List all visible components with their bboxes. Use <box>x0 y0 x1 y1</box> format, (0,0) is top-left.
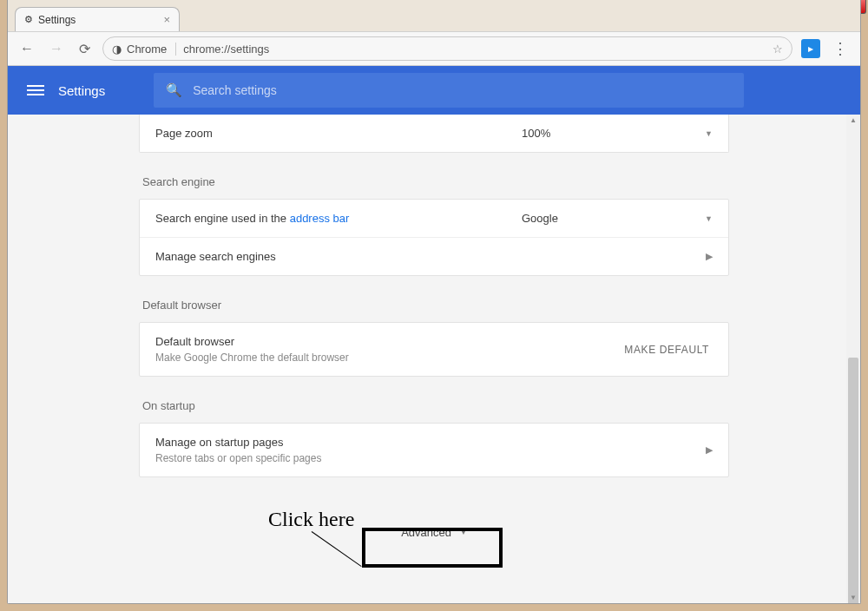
tab-settings[interactable]: ⚙ Settings × <box>15 7 180 31</box>
toolbar: ← → ⟳ ◑ Chrome chrome://settings ☆ ▸ ⋮ <box>8 31 860 66</box>
search-input[interactable] <box>193 83 732 97</box>
extension-icon[interactable]: ▸ <box>801 39 820 58</box>
default-browser-title: Default browser <box>155 335 349 348</box>
search-settings-box[interactable]: 🔍 <box>154 73 744 108</box>
search-engine-row[interactable]: Search engine used in the address bar Go… <box>140 200 728 237</box>
section-search-engine: Search engine <box>142 175 729 188</box>
startup-card: Manage on startup pages Restore tabs or … <box>139 423 729 477</box>
search-engine-label: Search engine used in the address bar <box>155 212 349 225</box>
annotation-text: Click here <box>268 508 354 531</box>
make-default-button[interactable]: MAKE DEFAULT <box>621 338 713 361</box>
reload-button[interactable]: ⟳ <box>76 37 94 61</box>
vertical-scrollbar[interactable]: ▲ ▼ <box>846 115 860 603</box>
manage-search-engines-label: Manage search engines <box>155 250 276 263</box>
chevron-right-icon: ▶ <box>706 444 713 456</box>
chevron-down-icon: ▼ <box>705 214 713 223</box>
chevron-down-icon: ▼ <box>705 129 713 138</box>
bookmark-star-icon[interactable]: ☆ <box>773 43 783 56</box>
section-on-startup: On startup <box>142 399 729 412</box>
appearance-card: Page zoom 100% ▼ <box>139 115 729 153</box>
startup-sub: Restore tabs or open specific pages <box>155 452 321 464</box>
omnibox[interactable]: ◑ Chrome chrome://settings ☆ <box>102 36 792 61</box>
chrome-logo-icon: ◑ <box>112 43 122 56</box>
search-engine-card: Search engine used in the address bar Go… <box>139 199 729 276</box>
search-engine-value: Google <box>522 212 558 225</box>
chrome-menu-icon[interactable]: ⋮ <box>829 39 852 58</box>
page-title: Settings <box>58 83 105 98</box>
default-browser-card: Default browser Make Google Chrome the d… <box>139 322 729 377</box>
close-tab-icon[interactable]: × <box>163 13 170 26</box>
startup-title: Manage on startup pages <box>155 436 321 449</box>
tab-strip: ⚙ Settings × <box>8 0 860 31</box>
manage-search-engines-row[interactable]: Manage search engines ▶ <box>140 237 728 275</box>
search-engine-select[interactable]: Google ▼ <box>522 212 713 225</box>
scroll-up-icon[interactable]: ▲ <box>846 116 860 124</box>
search-engine-label-text: Search engine used in the <box>155 212 290 225</box>
settings-header: Settings 🔍 <box>8 66 860 115</box>
section-default-browser: Default browser <box>142 299 729 312</box>
forward-button[interactable]: → <box>46 37 67 60</box>
scrollbar-thumb[interactable] <box>848 358 858 603</box>
menu-icon[interactable] <box>27 85 44 95</box>
back-button[interactable]: ← <box>16 37 37 60</box>
settings-body: Page zoom 100% ▼ Search engine Search en… <box>8 115 860 603</box>
annotation-highlight-box <box>362 528 503 568</box>
tab-title: Settings <box>38 14 76 26</box>
manage-startup-row[interactable]: Manage on startup pages Restore tabs or … <box>140 424 728 476</box>
omnibox-proto-label: Chrome <box>127 43 167 56</box>
default-browser-row: Default browser Make Google Chrome the d… <box>140 323 728 376</box>
page-zoom-row[interactable]: Page zoom 100% ▼ <box>140 115 728 152</box>
secure-chip: ◑ Chrome <box>112 43 176 56</box>
search-icon: 🔍 <box>166 82 182 98</box>
omnibox-url: chrome://settings <box>183 43 269 56</box>
page-zoom-label: Page zoom <box>155 127 213 140</box>
address-bar-link[interactable]: address bar <box>290 212 350 225</box>
page-zoom-value: 100% <box>522 127 550 140</box>
browser-window: ⚙ Settings × ← → ⟳ ◑ Chrome chrome://set… <box>7 0 861 604</box>
default-browser-sub: Make Google Chrome the default browser <box>155 351 349 364</box>
chevron-right-icon: ▶ <box>706 251 713 262</box>
gear-icon: ⚙ <box>24 14 33 25</box>
page-zoom-select[interactable]: 100% ▼ <box>522 127 713 140</box>
scroll-down-icon[interactable]: ▼ <box>846 594 860 601</box>
